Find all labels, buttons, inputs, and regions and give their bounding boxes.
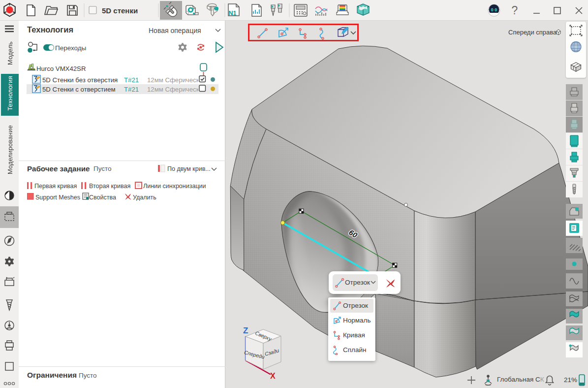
svg-text:Z: Z — [243, 326, 248, 335]
svg-text:0 0: 0 0 — [491, 7, 497, 12]
svg-text:N1: N1 — [229, 10, 237, 17]
svg-text:X: X — [270, 372, 276, 379]
svg-text:?: ? — [512, 4, 518, 17]
